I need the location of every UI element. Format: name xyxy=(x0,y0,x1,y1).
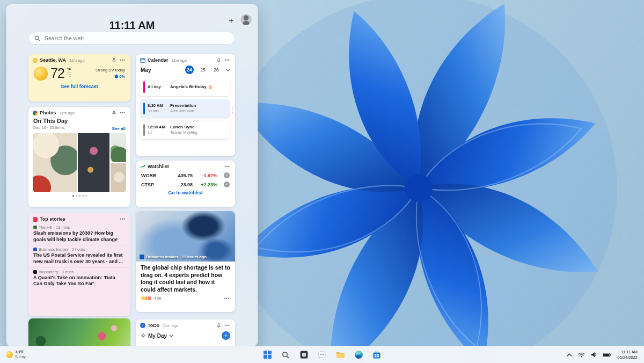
calendar-day-26[interactable]: 26 xyxy=(212,66,221,74)
add-widget-button[interactable]: + xyxy=(226,14,237,25)
chat-button[interactable] xyxy=(315,347,329,362)
event-title: Presentation xyxy=(170,103,196,109)
story-headline: A Quant's Take on Innovation: 'Data Can … xyxy=(33,275,126,287)
add-task-button[interactable]: + xyxy=(222,331,230,340)
carousel-dots[interactable] xyxy=(28,194,130,198)
taskbar: 78°F Sunny xyxy=(0,346,644,363)
search-button[interactable] xyxy=(279,347,292,362)
story-headline: The US Postal Service revealed its first… xyxy=(33,252,126,265)
more-menu-icon[interactable]: ⋯ xyxy=(119,216,126,222)
go-to-watchlist-link[interactable]: Go to watchlist xyxy=(136,190,235,195)
pin-icon[interactable] xyxy=(216,58,221,63)
photo-thumbnail[interactable] xyxy=(78,133,109,192)
chevron-down-icon[interactable] xyxy=(169,335,173,337)
widgets-panel: 11:11 AM + Seattle, WA 11m ago ⋯ xyxy=(6,4,258,346)
bloomberg-logo-icon xyxy=(33,270,37,274)
more-menu-icon[interactable]: ⋯ xyxy=(223,323,231,328)
calendar-day-24[interactable]: 24 xyxy=(185,66,194,74)
event-subtitle: Alex Johnson xyxy=(170,108,196,114)
windows-logo-icon xyxy=(264,351,272,359)
calendar-event[interactable]: 8:30 AM 30 min Presentation Alex Johnson xyxy=(140,99,230,118)
calendar-month: May xyxy=(141,67,151,73)
reactions-button[interactable] xyxy=(141,296,152,301)
photo-thumbnail[interactable] xyxy=(111,163,126,192)
stock-row[interactable]: WGRB 435.75 -1.67% ✓ xyxy=(136,171,235,180)
partial-photo-card[interactable] xyxy=(28,318,130,346)
stock-price: 23.98 xyxy=(165,182,193,187)
start-button[interactable] xyxy=(260,347,274,362)
story-item[interactable]: Business Insider · 2 hours The US Postal… xyxy=(28,245,130,267)
search-input[interactable] xyxy=(43,34,229,42)
panel-clock: 11:11 AM xyxy=(7,19,257,32)
top-stories-title: Top stories xyxy=(40,216,65,222)
photo-thumbnail[interactable] xyxy=(111,133,126,162)
event-time: 12:30 AM xyxy=(148,125,170,130)
bloom-flower-graphic xyxy=(204,0,644,363)
sun-icon xyxy=(34,67,48,81)
pin-icon[interactable] xyxy=(216,323,221,328)
more-menu-icon[interactable]: ⋯ xyxy=(119,57,126,63)
search-icon xyxy=(34,35,40,41)
more-menu-icon[interactable]: ⋯ xyxy=(223,57,231,63)
store-button[interactable] xyxy=(370,347,384,362)
todo-widget[interactable]: ✓ ToDo 11m ago ⋯ My Day + xyxy=(136,320,235,346)
stocks-chart-icon xyxy=(140,164,145,169)
article-headline[interactable]: The global chip shortage is set to drag … xyxy=(136,262,235,295)
see-all-link[interactable]: See all xyxy=(112,126,126,131)
photos-logo-icon xyxy=(33,111,38,115)
task-view-button[interactable] xyxy=(297,347,311,362)
stock-row[interactable]: CTSP 23.98 +2.23% ✓ xyxy=(136,180,235,189)
file-explorer-button[interactable] xyxy=(333,347,347,362)
battery-icon[interactable] xyxy=(602,352,612,358)
article-image[interactable]: Business Insider · 11 hours ago xyxy=(136,211,235,262)
top-stories-widget[interactable]: Top stories ⋯ The Hill · 18 mins Slash e… xyxy=(28,213,130,316)
user-avatar[interactable] xyxy=(240,13,252,26)
todo-title: ToDo xyxy=(148,323,159,328)
photos-widget[interactable]: Photos 11m ago ⋯ On This Day Dec 18 · 33… xyxy=(28,107,130,207)
more-menu-icon[interactable]: ⋯ xyxy=(223,296,230,301)
chevron-down-icon[interactable] xyxy=(226,69,230,71)
stock-symbol: WGRB xyxy=(141,173,165,178)
event-duration: 30 min xyxy=(148,108,170,113)
temperature-value: 72 xyxy=(50,66,64,81)
see-full-forecast-link[interactable]: See full forecast xyxy=(28,84,130,89)
unit-celsius[interactable]: °C xyxy=(67,72,71,78)
edge-button[interactable] xyxy=(352,347,365,362)
watchlist-added-check-icon[interactable]: ✓ xyxy=(224,182,230,187)
my-day-heading: My Day xyxy=(148,333,167,339)
news-article-widget[interactable]: Business Insider · 11 hours ago The glob… xyxy=(136,211,235,312)
calendar-widget[interactable]: Calendar 11m ago ⋯ May 24 25 26 xyxy=(136,54,235,156)
weather-widget[interactable]: Seattle, WA 11m ago ⋯ 72 °F °C Strong UV… xyxy=(28,54,130,101)
pin-icon[interactable] xyxy=(112,58,116,63)
desktop: 11:11 AM + Seattle, WA 11m ago ⋯ xyxy=(0,0,644,363)
calendar-event[interactable]: 12:30 AM 1h Lunch Sync Teams Meeting xyxy=(140,121,230,139)
web-search-bar[interactable] xyxy=(28,32,235,45)
tray-chevron-up-icon[interactable] xyxy=(566,352,573,358)
widget-resize-handle[interactable]: ⋮⋮ xyxy=(230,108,235,115)
widgets-taskbar-button[interactable]: 78°F Sunny xyxy=(2,347,30,362)
watchlist-widget[interactable]: Watchlist ⋯ WGRB 435.75 -1.67% ✓ CTSP 23… xyxy=(136,161,235,207)
event-subtitle: Teams Meeting xyxy=(170,130,197,135)
photo-thumbnail[interactable] xyxy=(33,133,77,192)
event-duration: 1h xyxy=(148,130,170,135)
stock-symbol: CTSP xyxy=(141,182,165,187)
more-menu-icon[interactable]: ⋯ xyxy=(119,110,126,115)
more-menu-icon[interactable]: ⋯ xyxy=(223,164,231,169)
business-insider-logo-icon xyxy=(140,255,144,259)
story-item[interactable]: Bloomberg · 3 mins A Quant's Take on Inn… xyxy=(28,267,130,289)
weather-summary: Strong UV today xyxy=(96,68,125,72)
pin-icon[interactable] xyxy=(112,111,116,115)
wifi-icon[interactable] xyxy=(577,351,586,359)
calendar-event[interactable]: All day Angela's Birthday 🎂 xyxy=(140,78,230,96)
event-time: All day xyxy=(148,84,170,90)
reaction-emoji-icon xyxy=(147,296,152,301)
unit-fahrenheit[interactable]: °F xyxy=(67,67,71,72)
volume-icon[interactable] xyxy=(590,351,598,359)
photo-collage[interactable] xyxy=(33,133,126,192)
tray-clock[interactable]: 11:11 AM 05/24/2022 xyxy=(616,350,639,360)
calendar-day-25[interactable]: 25 xyxy=(199,66,207,74)
watchlist-added-check-icon[interactable]: ✓ xyxy=(224,172,230,178)
todo-logo-icon: ✓ xyxy=(140,323,145,328)
watchlist-title: Watchlist xyxy=(148,164,169,169)
story-item[interactable]: The Hill · 18 mins Slash emissions by 20… xyxy=(28,223,130,245)
